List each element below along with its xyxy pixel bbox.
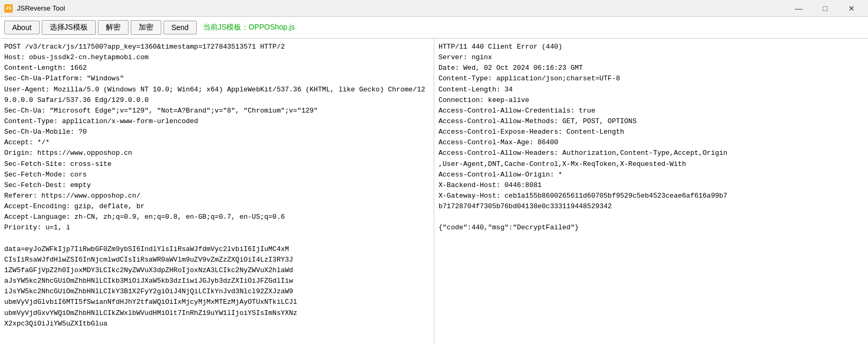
encrypt-button[interactable]: 加密 (131, 20, 161, 35)
left-panel[interactable]: POST /v3/track/js/117500?app_key=1360&ti… (0, 39, 434, 344)
title-bar: JS JSReverse Tool — □ ✕ (0, 0, 868, 17)
window-controls: — □ ✕ (787, 1, 864, 16)
maximize-button[interactable]: □ (813, 1, 837, 16)
minimize-button[interactable]: — (787, 1, 811, 16)
request-content: POST /v3/track/js/117500?app_key=1360&ti… (4, 42, 430, 329)
toolbar: About 选择JS模板 解密 加密 Send 当前JS模板：OPPOShop.… (0, 17, 868, 39)
response-content: HTTP/11 440 Client Error (440) Server: n… (438, 42, 864, 234)
about-button[interactable]: About (4, 21, 40, 34)
send-button[interactable]: Send (163, 21, 197, 34)
current-template-label: 当前JS模板：OPPOShop.js (203, 23, 295, 32)
app-icon: JS (4, 4, 13, 13)
decrypt-button[interactable]: 解密 (98, 20, 129, 35)
right-panel[interactable]: HTTP/11 440 Client Error (440) Server: n… (434, 39, 868, 344)
main-content: POST /v3/track/js/117500?app_key=1360&ti… (0, 39, 868, 344)
select-template-button[interactable]: 选择JS模板 (42, 20, 96, 35)
window-title: JSReverse Tool (17, 4, 65, 12)
title-bar-left: JS JSReverse Tool (4, 4, 65, 13)
close-button[interactable]: ✕ (839, 1, 864, 16)
